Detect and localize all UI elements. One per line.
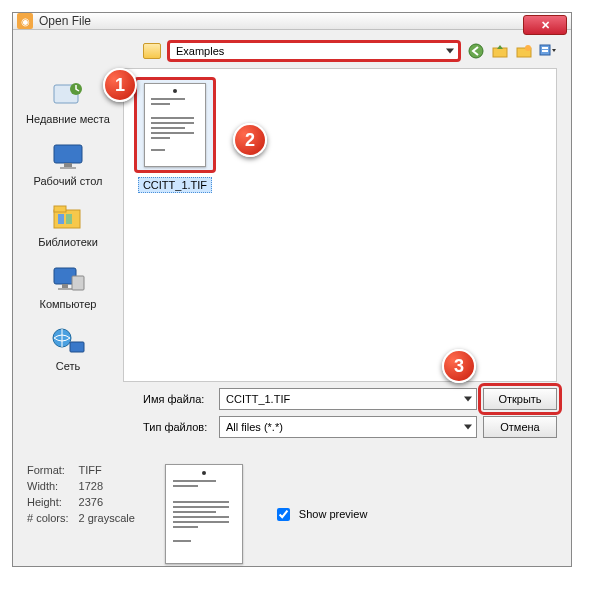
open-button[interactable]: Открыть <box>483 388 557 410</box>
places-label: Сеть <box>56 360 80 373</box>
meta-height-label: Height: <box>27 496 69 508</box>
look-in-combo[interactable]: Examples <box>167 40 461 62</box>
network-icon <box>50 325 86 357</box>
places-label: Рабочий стол <box>33 175 102 188</box>
file-item[interactable]: CCITT_1.TIF <box>132 77 218 193</box>
back-button[interactable] <box>467 42 485 60</box>
file-metadata: Format: TIFF Width: 1728 Height: 2376 # … <box>27 464 135 524</box>
svg-rect-9 <box>54 145 82 163</box>
show-preview-label: Show preview <box>299 508 367 520</box>
svg-rect-11 <box>60 167 76 169</box>
meta-width-label: Width: <box>27 480 69 492</box>
step-badge-3: 3 <box>442 349 476 383</box>
filename-label: Имя файла: <box>143 393 213 405</box>
svg-rect-18 <box>58 288 72 290</box>
places-label: Компьютер <box>40 298 97 311</box>
svg-rect-17 <box>62 284 68 288</box>
open-button-label: Открыть <box>498 393 541 405</box>
svg-rect-1 <box>493 48 507 57</box>
views-button[interactable] <box>539 42 557 60</box>
step-badge-2: 2 <box>233 123 267 157</box>
cancel-button-label: Отмена <box>500 421 539 433</box>
svg-rect-10 <box>64 163 72 167</box>
places-computer[interactable]: Компьютер <box>23 263 113 311</box>
document-preview-icon <box>144 83 206 167</box>
show-preview-checkbox[interactable] <box>277 508 290 521</box>
chevron-down-icon <box>464 397 472 402</box>
step-badge-1: 1 <box>103 68 137 102</box>
cancel-button[interactable]: Отмена <box>483 416 557 438</box>
filetype-label: Тип файлов: <box>143 421 213 433</box>
file-thumbnail <box>134 77 216 173</box>
meta-format-value: TIFF <box>79 464 135 476</box>
chevron-down-icon <box>464 425 472 430</box>
path-toolbar: Examples <box>13 30 571 68</box>
fields-area: Имя файла: CCITT_1.TIF Открыть Тип файло… <box>13 382 571 448</box>
svg-rect-13 <box>54 206 66 212</box>
meta-width-value: 1728 <box>79 480 135 492</box>
show-preview-row: Show preview <box>273 505 367 524</box>
places-bar: Недавние места Рабочий стол Библиотеки К… <box>13 68 123 382</box>
svg-point-0 <box>469 44 483 58</box>
chevron-down-icon <box>446 49 454 54</box>
folder-icon <box>143 43 161 59</box>
computer-icon <box>50 263 86 295</box>
nav-icons <box>467 42 557 60</box>
meta-format-label: Format: <box>27 464 69 476</box>
places-libraries[interactable]: Библиотеки <box>23 201 113 249</box>
window-title: Open File <box>39 14 91 28</box>
file-list[interactable]: CCITT_1.TIF <box>123 68 557 382</box>
preview-thumbnail <box>165 464 243 564</box>
meta-colors-label: # colors: <box>27 512 69 524</box>
preview-area: Format: TIFF Width: 1728 Height: 2376 # … <box>13 456 571 578</box>
close-icon: ✕ <box>541 19 550 32</box>
new-folder-button[interactable] <box>515 42 533 60</box>
filetype-combo[interactable]: All files (*.*) <box>219 416 477 438</box>
file-name-label: CCITT_1.TIF <box>138 177 212 193</box>
look-in-value: Examples <box>176 45 224 57</box>
desktop-icon <box>50 140 86 172</box>
titlebar: ◉ Open File ✕ <box>13 13 571 30</box>
svg-point-3 <box>525 45 531 51</box>
places-label: Библиотеки <box>38 236 98 249</box>
recent-icon <box>50 78 86 110</box>
svg-rect-14 <box>58 214 64 224</box>
body-area: Недавние места Рабочий стол Библиотеки К… <box>13 68 571 382</box>
places-network[interactable]: Сеть <box>23 325 113 373</box>
meta-colors-value: 2 grayscale <box>79 512 135 524</box>
svg-rect-21 <box>70 342 84 352</box>
filename-value: CCITT_1.TIF <box>226 393 290 405</box>
meta-height-value: 2376 <box>79 496 135 508</box>
open-button-wrap: Открыть <box>483 388 557 410</box>
svg-rect-15 <box>66 214 72 224</box>
libraries-icon <box>50 201 86 233</box>
up-one-level-button[interactable] <box>491 42 509 60</box>
svg-rect-5 <box>542 47 548 49</box>
svg-rect-19 <box>72 276 84 290</box>
places-desktop[interactable]: Рабочий стол <box>23 140 113 188</box>
places-recent[interactable]: Недавние места <box>23 78 113 126</box>
app-icon: ◉ <box>17 13 33 29</box>
window-close-button[interactable]: ✕ <box>523 15 567 35</box>
filename-input[interactable]: CCITT_1.TIF <box>219 388 477 410</box>
places-label: Недавние места <box>26 113 110 126</box>
open-file-dialog: ◉ Open File ✕ Examples <box>12 12 572 567</box>
filetype-value: All files (*.*) <box>226 421 283 433</box>
svg-rect-6 <box>542 50 548 52</box>
